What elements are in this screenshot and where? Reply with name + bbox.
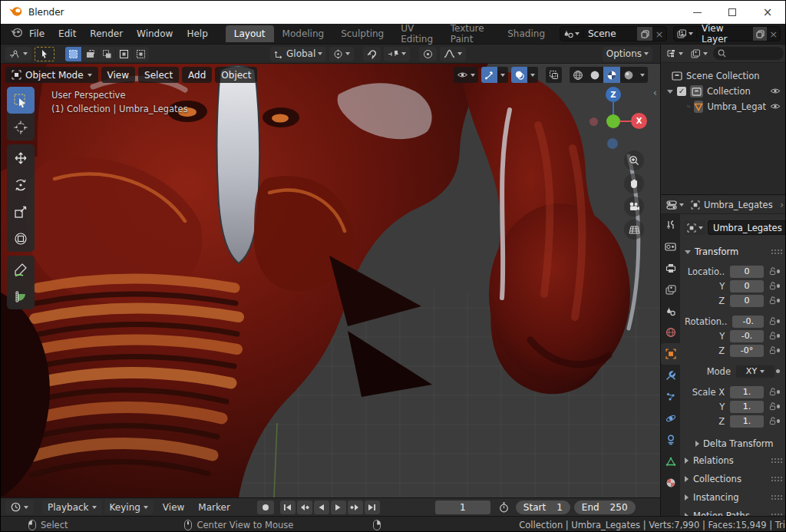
animate-dot[interactable] <box>776 369 780 373</box>
snap-target-dropdown[interactable] <box>384 47 410 61</box>
toggle-perspective-icon[interactable] <box>624 220 644 240</box>
jump-to-end-button[interactable] <box>365 501 380 514</box>
visibility-dropdown[interactable] <box>454 67 478 83</box>
scale-z-field[interactable]: 1. <box>730 415 763 428</box>
scale-y-field[interactable]: 1. <box>730 401 763 413</box>
navigation-gizmo[interactable]: Z X <box>588 83 657 156</box>
panel-grip[interactable] <box>771 249 782 256</box>
pivot-point-dropdown[interactable] <box>329 47 354 61</box>
lock-icon[interactable] <box>769 267 777 276</box>
frame-start-field[interactable]: Start 1 <box>516 501 570 514</box>
tab-shading[interactable]: Shading <box>499 25 553 42</box>
active-tool-indicator[interactable] <box>35 47 54 61</box>
select-subtract-icon[interactable] <box>99 47 115 61</box>
lock-icon[interactable] <box>769 346 777 355</box>
select-set-icon[interactable] <box>65 47 81 61</box>
outliner-row-object[interactable]: Umbra_Legat <box>661 99 786 114</box>
keying-dropdown[interactable]: Keying <box>104 500 154 514</box>
preview-range-toggle[interactable] <box>497 501 512 514</box>
expand-icon[interactable] <box>667 90 673 94</box>
axis-y-ball[interactable] <box>606 114 620 128</box>
view-layer-new-button[interactable] <box>753 27 768 41</box>
scene-unlink-button[interactable]: × <box>652 27 666 41</box>
prev-keyframe-button[interactable] <box>297 501 312 514</box>
proportional-falloff-dropdown[interactable] <box>440 47 466 61</box>
hide-eye-icon[interactable] <box>770 101 781 112</box>
outliner-search-input[interactable] <box>713 47 784 60</box>
frame-end-field[interactable]: End 250 <box>574 501 636 514</box>
panel-grip[interactable] <box>771 476 782 483</box>
tool-cursor[interactable] <box>7 114 35 140</box>
view-layer-remove-button[interactable]: × <box>767 27 780 41</box>
animate-dot[interactable] <box>777 334 780 338</box>
location-z-field[interactable]: 0 <box>730 295 763 307</box>
tab-uv-editing[interactable]: UV Editing <box>392 20 441 48</box>
animate-dot[interactable] <box>777 284 780 288</box>
current-frame-field[interactable]: 1 <box>435 501 490 514</box>
proportional-editing-toggle[interactable] <box>419 47 437 61</box>
outliner-row-collection[interactable]: ✓ Collection <box>661 84 786 99</box>
animate-dot[interactable] <box>777 390 780 394</box>
menu-window[interactable]: Window <box>130 25 180 42</box>
viewport-menu-select[interactable]: Select <box>138 67 179 83</box>
next-keyframe-button[interactable] <box>348 501 363 514</box>
viewport-menu-view[interactable]: View <box>101 67 135 83</box>
tab-sculpting[interactable]: Sculpting <box>332 25 392 42</box>
tab-tool[interactable] <box>661 214 680 236</box>
tool-rotate[interactable] <box>7 171 35 198</box>
axis-z-ball[interactable]: Z <box>606 87 621 102</box>
select-invert-icon[interactable] <box>116 47 132 61</box>
shading-rendered-icon[interactable] <box>620 67 637 83</box>
tab-render[interactable] <box>661 236 680 257</box>
tab-modeling[interactable]: Modeling <box>274 25 333 42</box>
show-gizmo-toggle[interactable] <box>481 67 497 83</box>
tab-output[interactable] <box>661 257 680 279</box>
animate-dot[interactable] <box>777 269 780 273</box>
panel-motion-paths[interactable]: Motion Paths <box>685 507 784 516</box>
panel-grip[interactable] <box>771 458 782 464</box>
tab-layout[interactable]: Layout <box>226 25 274 42</box>
record-button[interactable] <box>257 501 274 514</box>
axis-neg-x-ball[interactable] <box>590 117 598 126</box>
tab-object-data[interactable] <box>661 451 680 472</box>
object-id-icon[interactable] <box>685 220 705 235</box>
maximize-button[interactable] <box>715 1 750 24</box>
animate-dot[interactable] <box>777 299 780 302</box>
tab-object[interactable] <box>661 343 680 365</box>
location-y-field[interactable]: 0 <box>730 280 763 292</box>
tab-material[interactable] <box>661 472 680 494</box>
outliner-display-mode-dropdown[interactable] <box>689 46 710 61</box>
tab-world[interactable] <box>661 322 680 343</box>
rotation-mode-dropdown[interactable]: XY <box>736 365 774 378</box>
panel-delta-transform[interactable]: Delta Transform <box>685 436 784 451</box>
select-intersect-icon[interactable] <box>133 47 149 61</box>
axis-x-ball[interactable]: X <box>631 113 647 129</box>
tab-texture-paint[interactable]: Texture Paint <box>442 20 500 48</box>
lock-icon[interactable] <box>769 296 777 305</box>
animate-dot[interactable] <box>777 405 780 408</box>
tool-transform[interactable] <box>7 225 35 252</box>
tab-scene[interactable] <box>661 300 680 322</box>
hide-eye-icon[interactable] <box>770 86 781 97</box>
animate-dot[interactable] <box>777 419 780 423</box>
close-button[interactable]: × <box>750 1 785 24</box>
scene-icon[interactable] <box>560 29 583 38</box>
menu-file[interactable]: File <box>22 25 51 42</box>
lock-icon[interactable] <box>769 388 777 396</box>
overlays-dropdown[interactable] <box>527 67 538 83</box>
tab-view-layer[interactable] <box>661 279 680 300</box>
outliner-row-scene-collection[interactable]: Scene Collection <box>661 68 786 84</box>
gizmo-dropdown[interactable] <box>497 67 508 83</box>
axis-neg-z-ball[interactable] <box>607 138 618 149</box>
viewport-menu-add[interactable]: Add <box>182 67 212 83</box>
menu-help[interactable]: Help <box>180 25 214 42</box>
snap-toggle[interactable] <box>363 47 381 61</box>
playback-dropdown[interactable]: Playback <box>42 500 102 514</box>
scale-x-field[interactable]: 1. <box>730 386 763 398</box>
shading-solid-icon[interactable] <box>586 67 603 83</box>
mode-dropdown[interactable]: Object Mode <box>5 67 98 83</box>
tool-move[interactable] <box>7 144 35 171</box>
show-overlays-toggle[interactable] <box>511 67 527 83</box>
pan-view-icon[interactable] <box>624 173 644 193</box>
rotation-z-field[interactable]: -0° <box>730 345 763 357</box>
